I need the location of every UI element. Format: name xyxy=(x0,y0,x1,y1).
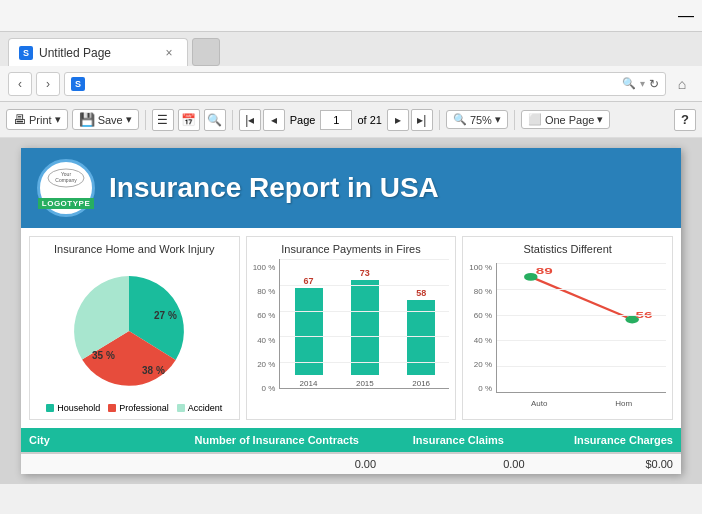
view-mode-icon: ⬜ xyxy=(528,113,542,126)
bar-chart-box: Insurance Payments in Fires 100 % 80 % 6… xyxy=(246,236,457,420)
table-header: City Number of Insurance Contracts Insur… xyxy=(21,428,681,452)
line-grid-20 xyxy=(497,366,666,367)
pie-chart-title: Insurance Home and Work Injury xyxy=(36,243,233,255)
logo-circle: Your Company LOGOTYPE xyxy=(37,159,95,217)
line-chart-area: 89 56 Auto Hom xyxy=(496,263,666,393)
zoom-dropdown-icon: ▾ xyxy=(495,113,501,126)
page-next-button[interactable]: ▸ xyxy=(387,109,409,131)
page-navigation: |◂ ◂ Page of 21 ▸ ▸| xyxy=(239,109,433,131)
browser-tab[interactable]: S Untitled Page × xyxy=(8,38,188,66)
zoom-button[interactable]: 🔍 75% ▾ xyxy=(446,110,508,129)
line-grid-40 xyxy=(497,340,666,341)
total-charges: $0.00 xyxy=(533,454,681,474)
line-grid-100 xyxy=(497,263,666,264)
separator-2 xyxy=(232,110,233,130)
bars-area: 67 2014 73 2015 xyxy=(279,259,449,389)
tab-close-button[interactable]: × xyxy=(161,45,177,61)
svg-text:27 %: 27 % xyxy=(154,310,177,321)
save-dropdown-icon: ▾ xyxy=(126,113,132,126)
page-prev-button[interactable]: ◂ xyxy=(263,109,285,131)
separator-1 xyxy=(145,110,146,130)
pie-container: 27 % 35 % 38 % Household Professional xyxy=(36,259,233,413)
page-first-button[interactable]: |◂ xyxy=(239,109,261,131)
address-favicon: S xyxy=(71,77,85,91)
legend-label-accident: Accident xyxy=(188,403,223,413)
line-y-0: 0 % xyxy=(469,384,492,393)
table-section: City Number of Insurance Contracts Insur… xyxy=(21,428,681,474)
view-list-button[interactable]: ☰ xyxy=(152,109,174,131)
separator-4 xyxy=(514,110,515,130)
th-charges: Insurance Charges xyxy=(533,428,681,452)
zoom-icon: 🔍 xyxy=(453,113,467,126)
logo-label: LOGOTYPE xyxy=(38,198,94,209)
tab-bar: S Untitled Page × xyxy=(0,32,702,66)
address-bar-row: ‹ › S 🔍 ▾ ↻ ⌂ xyxy=(0,66,702,102)
bar-y-80: 80 % xyxy=(253,287,276,296)
view-mode-label: One Page xyxy=(545,114,595,126)
report-header: Your Company LOGOTYPE Insurance Report i… xyxy=(21,148,681,228)
svg-text:89: 89 xyxy=(536,266,553,276)
total-city xyxy=(21,454,169,474)
grid-line-80 xyxy=(280,285,449,286)
line-label-auto: Auto xyxy=(531,399,547,408)
print-label: Print xyxy=(29,114,52,126)
save-button[interactable]: 💾 Save ▾ xyxy=(72,109,139,130)
legend-label-household: Household xyxy=(57,403,100,413)
title-bar-dash: — xyxy=(678,7,694,25)
pie-legend: Household Professional Accident xyxy=(46,403,222,413)
help-button[interactable]: ? xyxy=(674,109,696,131)
legend-accident: Accident xyxy=(177,403,223,413)
bar-container: 100 % 80 % 60 % 40 % 20 % 0 % xyxy=(253,259,450,404)
bar-y-100: 100 % xyxy=(253,263,276,272)
search-button[interactable]: 🔍 xyxy=(204,109,226,131)
address-box[interactable]: S 🔍 ▾ ↻ xyxy=(64,72,666,96)
page-last-button[interactable]: ▸| xyxy=(411,109,433,131)
view-mode-button[interactable]: ⬜ One Page ▾ xyxy=(521,110,611,129)
legend-dot-accident xyxy=(177,404,185,412)
line-label-hom: Hom xyxy=(615,399,632,408)
forward-button[interactable]: › xyxy=(36,72,60,96)
legend-household: Household xyxy=(46,403,100,413)
bar-chart-title: Insurance Payments in Fires xyxy=(253,243,450,255)
legend-professional: Professional xyxy=(108,403,169,413)
content-area: Your Company LOGOTYPE Insurance Report i… xyxy=(0,138,702,484)
report-title: Insurance Report in USA xyxy=(109,172,439,204)
line-y-40: 40 % xyxy=(469,336,492,345)
grid-line-40 xyxy=(280,336,449,337)
page-input[interactable] xyxy=(320,110,352,130)
report-page: Your Company LOGOTYPE Insurance Report i… xyxy=(21,148,681,474)
grid-lines xyxy=(280,259,449,388)
back-button[interactable]: ‹ xyxy=(8,72,32,96)
title-bar: — xyxy=(0,0,702,32)
line-y-axis: 100 % 80 % 60 % 40 % 20 % 0 % xyxy=(469,263,492,393)
grid-line-100 xyxy=(280,259,449,260)
line-y-100: 100 % xyxy=(469,263,492,272)
calendar-button[interactable]: 📅 xyxy=(178,109,200,131)
view-mode-dropdown-icon: ▾ xyxy=(597,113,603,126)
new-tab-button[interactable] xyxy=(192,38,220,66)
th-contracts: Number of Insurance Contracts xyxy=(169,428,384,452)
tab-title: Untitled Page xyxy=(39,46,155,60)
zoom-label: 75% xyxy=(470,114,492,126)
line-chart-svg: 89 56 xyxy=(497,263,666,392)
line-y-20: 20 % xyxy=(469,360,492,369)
pie-chart-box: Insurance Home and Work Injury xyxy=(29,236,240,420)
print-dropdown-icon: ▾ xyxy=(55,113,61,126)
home-button[interactable]: ⌂ xyxy=(670,72,694,96)
svg-text:38 %: 38 % xyxy=(142,365,165,376)
print-icon: 🖶 xyxy=(13,112,26,127)
search-icon: 🔍 xyxy=(622,77,636,90)
svg-text:35 %: 35 % xyxy=(92,350,115,361)
total-contracts: 0.00 xyxy=(169,454,384,474)
legend-dot-household xyxy=(46,404,54,412)
th-claims: Insurance Claims xyxy=(384,428,532,452)
line-chart-box: Statistics Different 100 % 80 % 60 % 40 … xyxy=(462,236,673,420)
tab-favicon: S xyxy=(19,46,33,60)
separator-3 xyxy=(439,110,440,130)
bar-y-60: 60 % xyxy=(253,311,276,320)
print-button[interactable]: 🖶 Print ▾ xyxy=(6,109,68,130)
line-grid-60 xyxy=(497,315,666,316)
svg-line-6 xyxy=(531,277,632,320)
refresh-icon[interactable]: ↻ xyxy=(649,77,659,91)
bar-y-40: 40 % xyxy=(253,336,276,345)
